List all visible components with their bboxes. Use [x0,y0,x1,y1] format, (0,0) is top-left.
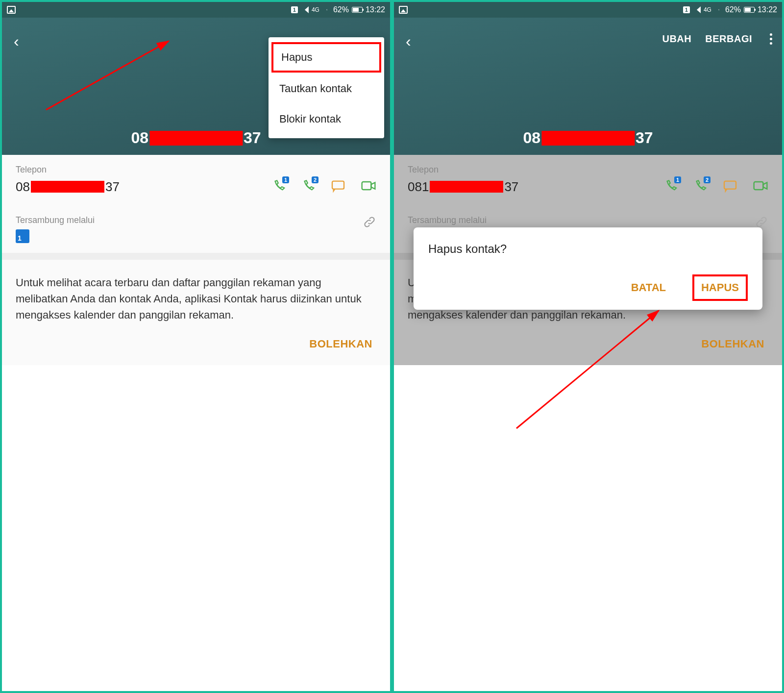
contact-title: 08 37 [131,129,261,147]
overflow-menu: Hapus Tautkan kontak Blokir kontak [269,37,384,138]
call-sim1-icon[interactable]: 1 [271,179,286,194]
signal-icon-2 [322,6,330,13]
phone-screenshot-right: 1 4G 62% 13:22 ‹ UBAH BERBAGI 08 37 Tele… [394,2,782,691]
overflow-menu-button[interactable] [766,31,776,47]
permission-info-text: Untuk melihat acara terbaru dan daftar p… [2,260,390,329]
menu-item-delete[interactable]: Hapus [271,42,381,73]
signal-icon [693,6,701,13]
menu-item-link-contact[interactable]: Tautkan kontak [269,74,384,104]
dialog-confirm-button[interactable]: HAPUS [692,274,748,301]
contact-title: 08 37 [523,129,653,147]
sim-indicator: 1 [683,6,690,13]
network-type: 4G [312,7,319,13]
signal-icon [301,6,309,13]
battery-icon [352,7,363,13]
network-type: 4G [704,7,711,13]
sim-indicator: 1 [291,6,298,13]
redacted-area [541,131,635,146]
gallery-icon [399,6,408,14]
connected-via-label: Tersambung melalui [16,215,95,225]
link-icon[interactable] [363,215,376,231]
contact-suffix: 37 [244,129,261,147]
signal-icon-2 [714,6,722,13]
contact-suffix: 37 [636,129,653,147]
phone-number[interactable]: 08 37 [16,179,120,195]
contact-header: ‹ 08 37 Hapus Tautkan kontak Blokir kont… [2,18,390,155]
back-button[interactable]: ‹ [14,32,19,50]
allow-button[interactable]: BOLEHKAN [309,338,372,350]
contact-prefix: 08 [523,129,540,147]
call-sim2-icon[interactable]: 2 [693,179,708,194]
redacted-area [31,181,104,193]
video-call-icon[interactable] [753,178,768,196]
redacted-area [430,181,503,193]
account-source-icon: 1 [16,229,29,243]
contact-body: Telepon 08 37 1 2 [2,155,390,365]
clock: 13:22 [366,5,385,14]
video-call-icon[interactable] [361,178,376,196]
battery-icon [744,7,755,13]
call-sim2-icon[interactable]: 2 [301,179,316,194]
phone-screenshot-left: 1 4G 62% 13:22 ‹ 08 37 Hapus Tautkan kon… [2,2,390,691]
section-divider [2,253,390,260]
message-icon[interactable] [330,178,346,196]
contact-header: ‹ UBAH BERBAGI 08 37 [394,18,782,155]
menu-item-block-contact[interactable]: Blokir kontak [269,104,384,134]
svg-rect-3 [724,181,736,189]
connected-via-label: Tersambung melalui [408,215,487,225]
status-bar: 1 4G 62% 13:22 [394,2,782,18]
battery-percent: 62% [725,5,741,14]
battery-percent: 62% [333,5,349,14]
delete-confirm-dialog: Hapus kontak? BATAL HAPUS [414,227,762,310]
share-button[interactable]: BERBAGI [705,33,752,45]
message-icon[interactable] [722,178,738,196]
contact-prefix: 08 [131,129,148,147]
status-bar: 1 4G 62% 13:22 [2,2,390,18]
edit-button[interactable]: UBAH [662,33,691,45]
redacted-area [149,131,243,146]
phone-number[interactable]: 081 37 [408,179,518,195]
dialog-cancel-button[interactable]: BATAL [624,276,673,299]
svg-rect-4 [754,182,763,190]
svg-rect-1 [362,182,371,190]
phone-section-label: Telepon [16,165,376,175]
allow-button[interactable]: BOLEHKAN [701,338,764,350]
svg-rect-0 [332,181,344,189]
back-button[interactable]: ‹ [406,32,411,50]
call-sim1-icon[interactable]: 1 [663,179,678,194]
dialog-title: Hapus kontak? [428,242,748,256]
gallery-icon [7,6,16,14]
clock: 13:22 [758,5,777,14]
phone-section-label: Telepon [408,165,768,175]
